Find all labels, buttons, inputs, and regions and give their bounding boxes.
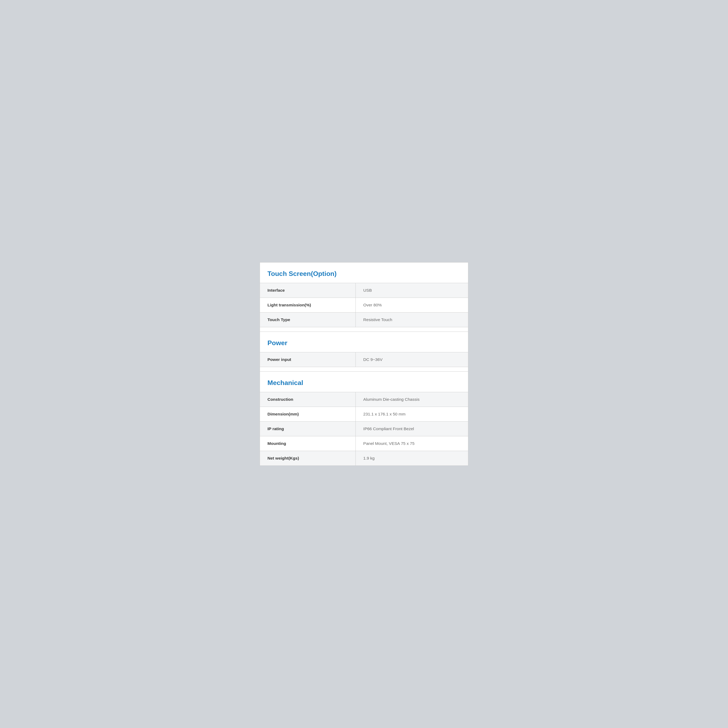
table-row: IP ratingIP66 Compliant Front Bezel [260, 422, 468, 436]
row-label: Construction [260, 392, 356, 407]
row-label: Light transmission(%) [260, 298, 356, 312]
row-label: Interface [260, 283, 356, 298]
row-value: Panel Mount, VESA 75 x 75 [356, 436, 468, 451]
section-title-touch-screen: Touch Screen(Option) [267, 270, 337, 277]
spacer-row [260, 327, 468, 332]
row-value: 1.9 kg [356, 451, 468, 466]
table-row: Light transmission(%)Over 80% [260, 298, 468, 312]
spacer-row [260, 367, 468, 372]
table-row: Dimension(mm)231.1 x 176.1 x 50 mm [260, 407, 468, 422]
row-value: IP66 Compliant Front Bezel [356, 422, 468, 436]
row-value: Resistive Touch [356, 312, 468, 327]
table-row: Power inputDC 9~36V [260, 352, 468, 367]
row-label: Touch Type [260, 312, 356, 327]
row-value: Aluminum Die-casting Chassis [356, 392, 468, 407]
section-title-mechanical: Mechanical [267, 379, 303, 386]
row-value: USB [356, 283, 468, 298]
section-header-power: Power [260, 332, 468, 352]
row-value: Over 80% [356, 298, 468, 312]
table-row: InterfaceUSB [260, 283, 468, 298]
row-value: 231.1 x 176.1 x 50 mm [356, 407, 468, 422]
row-label: IP rating [260, 422, 356, 436]
section-header-mechanical: Mechanical [260, 372, 468, 392]
table-row: Net weight(Kgs)1.9 kg [260, 451, 468, 466]
table-row: ConstructionAluminum Die-casting Chassis [260, 392, 468, 407]
spec-table: Touch Screen(Option)InterfaceUSBLight tr… [260, 262, 468, 466]
table-row: Touch TypeResistive Touch [260, 312, 468, 327]
row-label: Power input [260, 352, 356, 367]
row-label: Dimension(mm) [260, 407, 356, 422]
table-row: MountingPanel Mount, VESA 75 x 75 [260, 436, 468, 451]
section-title-power: Power [267, 339, 287, 347]
row-label: Mounting [260, 436, 356, 451]
row-value: DC 9~36V [356, 352, 468, 367]
row-label: Net weight(Kgs) [260, 451, 356, 466]
section-header-touch-screen: Touch Screen(Option) [260, 263, 468, 283]
